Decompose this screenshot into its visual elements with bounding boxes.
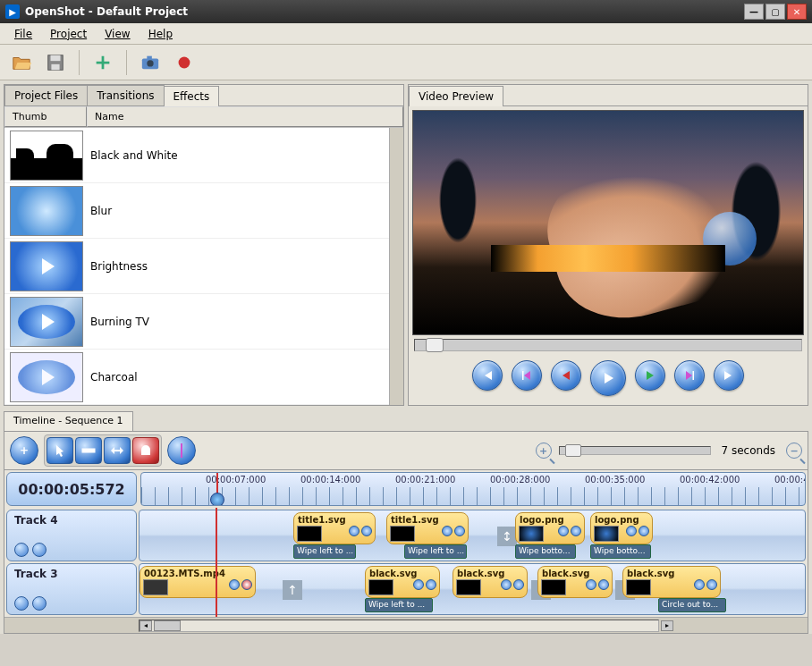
- preview-next-button[interactable]: [674, 360, 705, 391]
- import-button[interactable]: [89, 48, 117, 77]
- clip[interactable]: title1.svg: [293, 512, 376, 544]
- track-header[interactable]: Track 3: [6, 563, 137, 615]
- effect-name-label: Blur: [90, 205, 112, 217]
- preview-step-back-button[interactable]: [551, 360, 581, 391]
- preview-seek-slider[interactable]: [414, 339, 802, 351]
- close-button[interactable]: ✕: [787, 4, 807, 20]
- open-button[interactable]: [7, 48, 36, 77]
- effects-list-header: Thumb Name: [4, 106, 403, 128]
- track-lane[interactable]: 00123.MTS.mp4 ↑ black.svg Wipe left to .…: [139, 563, 806, 615]
- effect-thumb-icon: [10, 131, 83, 181]
- timeline-zoom-slider[interactable]: [559, 446, 711, 455]
- clip[interactable]: black.svg: [453, 566, 528, 598]
- effect-item[interactable]: Black and White: [4, 128, 389, 183]
- timeline-ruler[interactable]: 00:00:07:000 00:00:14:000 00:00:21:000 0…: [140, 472, 806, 506]
- timeline-razor-tool[interactable]: [75, 437, 102, 464]
- library-panel: Project Files Transitions Effects Thumb …: [4, 84, 404, 406]
- track-name-label: Track 4: [14, 514, 129, 527]
- clip[interactable]: black.svg: [365, 566, 440, 598]
- transition[interactable]: Wipe left to ...: [293, 544, 356, 559]
- effect-item[interactable]: Charcoal: [4, 350, 389, 405]
- clip[interactable]: logo.png: [515, 512, 585, 544]
- effect-thumb-icon: [10, 297, 83, 347]
- preview-panel: Video Preview: [408, 84, 808, 406]
- svg-point-4: [147, 60, 153, 66]
- track-lane[interactable]: title1.svg Wipe left to ... title1.svg W…: [139, 510, 806, 561]
- save-button[interactable]: [41, 48, 70, 77]
- menu-file[interactable]: File: [7, 26, 39, 42]
- record-button[interactable]: [170, 48, 199, 77]
- menu-help[interactable]: Help: [141, 26, 180, 42]
- transition-arrow-icon: ↑: [283, 580, 302, 600]
- clip[interactable]: logo.png: [590, 512, 653, 544]
- track-audio-toggle[interactable]: [32, 596, 47, 611]
- preview-start-button[interactable]: [472, 360, 503, 391]
- blocked-icon: [241, 579, 252, 590]
- clip[interactable]: title1.svg: [386, 512, 469, 544]
- timeline-snap-tool[interactable]: [132, 437, 159, 464]
- transition[interactable]: Wipe botto...: [590, 544, 651, 559]
- main-toolbar: [0, 45, 812, 80]
- timeline-pointer-tool[interactable]: [47, 437, 73, 464]
- svg-point-6: [179, 56, 190, 68]
- menu-project[interactable]: Project: [43, 26, 94, 42]
- track-name-label: Track 3: [14, 568, 129, 580]
- zoom-in-icon[interactable]: +: [536, 443, 552, 459]
- preview-step-fwd-button[interactable]: [635, 360, 665, 391]
- svg-rect-5: [147, 55, 152, 59]
- timeline-add-track-button[interactable]: +: [10, 436, 38, 465]
- track-visible-toggle[interactable]: [14, 596, 29, 611]
- tab-timeline[interactable]: Timeline - Sequence 1: [4, 411, 133, 431]
- timeline-timecode[interactable]: 00:00:05:572: [6, 472, 137, 506]
- track-visible-toggle[interactable]: [14, 543, 29, 557]
- track-audio-toggle[interactable]: [32, 543, 47, 557]
- svg-rect-10: [181, 443, 182, 458]
- effect-item[interactable]: Brightness: [4, 239, 389, 294]
- svg-rect-2: [51, 63, 59, 69]
- svg-rect-7: [522, 371, 524, 380]
- scroll-left-button[interactable]: ◂: [140, 620, 152, 631]
- effect-item[interactable]: Burning TV: [4, 294, 389, 350]
- effects-list[interactable]: Black and White Blur Brightness Burning …: [4, 128, 389, 405]
- svg-rect-8: [693, 371, 695, 380]
- clip[interactable]: black.svg: [537, 566, 613, 598]
- timeline-horizontal-scrollbar[interactable]: ◂ ▸: [4, 617, 808, 633]
- clip[interactable]: 00123.MTS.mp4: [140, 566, 256, 598]
- timeline-toolbar: + + 7 seconds −: [4, 431, 808, 470]
- seek-knob[interactable]: [426, 338, 444, 352]
- effects-scrollbar[interactable]: [389, 128, 403, 405]
- clip[interactable]: black.svg: [622, 566, 721, 598]
- maximize-button[interactable]: ▢: [765, 4, 785, 20]
- col-thumb[interactable]: Thumb: [4, 106, 87, 127]
- playhead-marker-icon[interactable]: [210, 493, 224, 506]
- effect-name-label: Burning TV: [90, 316, 149, 328]
- scroll-thumb[interactable]: [154, 620, 181, 631]
- transition[interactable]: Circle out to...: [658, 598, 726, 612]
- scroll-right-button[interactable]: ▸: [661, 620, 673, 631]
- zoom-knob[interactable]: [565, 444, 581, 457]
- tab-video-preview[interactable]: Video Preview: [409, 86, 503, 106]
- title-bar: ▶ OpenShot - Default Project — ▢ ✕: [0, 0, 812, 23]
- effect-item[interactable]: Blur: [4, 183, 389, 239]
- preview-play-button[interactable]: [590, 360, 626, 396]
- timeline-marker-button[interactable]: [167, 436, 196, 465]
- transition[interactable]: Wipe botto...: [515, 544, 576, 559]
- menu-bar: File Project View Help: [0, 23, 812, 45]
- snapshot-button[interactable]: [136, 48, 165, 77]
- track-header[interactable]: Track 4: [6, 510, 137, 561]
- tab-effects[interactable]: Effects: [164, 86, 220, 106]
- playhead[interactable]: [216, 473, 218, 506]
- timeline-resize-tool[interactable]: [104, 437, 131, 464]
- preview-end-button[interactable]: [714, 360, 744, 391]
- transition[interactable]: Wipe left to ...: [404, 544, 467, 559]
- minimize-button[interactable]: —: [744, 4, 764, 20]
- tab-project-files[interactable]: Project Files: [4, 85, 88, 105]
- tab-transitions[interactable]: Transitions: [87, 85, 164, 105]
- menu-view[interactable]: View: [97, 26, 137, 42]
- preview-prev-button[interactable]: [512, 360, 542, 391]
- effect-thumb-icon: [10, 186, 83, 236]
- preview-viewport[interactable]: [412, 110, 804, 335]
- col-name[interactable]: Name: [87, 106, 403, 127]
- transition[interactable]: Wipe left to ...: [365, 598, 433, 612]
- zoom-out-icon[interactable]: −: [786, 443, 802, 459]
